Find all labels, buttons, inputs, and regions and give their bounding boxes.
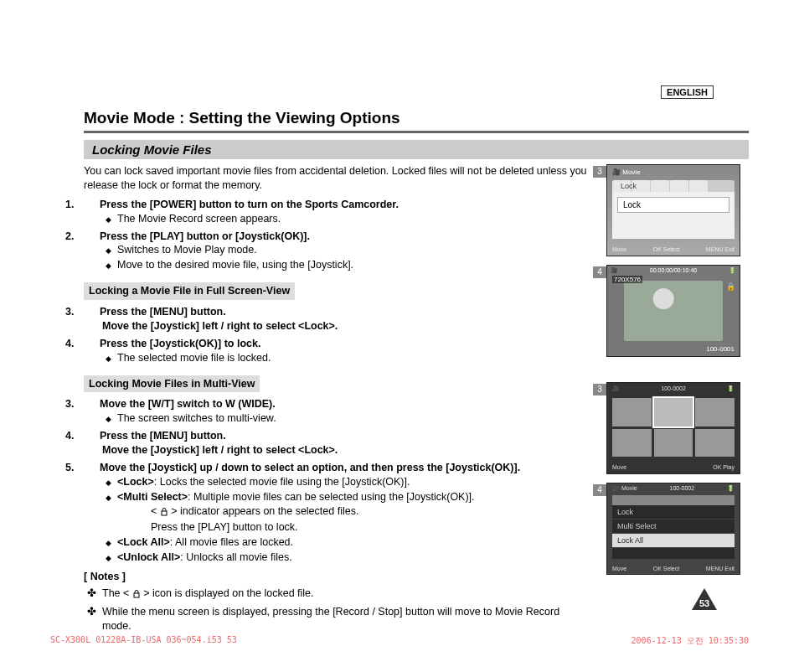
- lock-icon: [160, 506, 168, 520]
- note-text: The <: [102, 587, 132, 599]
- step-sub: The selected movie file is locked.: [117, 352, 271, 364]
- opt-key: <Lock All>: [117, 536, 170, 548]
- lock-icon: 🔒: [726, 282, 735, 291]
- step-head: Press the [Joystick(OK)] to lock.: [100, 338, 260, 349]
- page-title: Movie Mode : Setting the Viewing Options: [84, 109, 749, 127]
- lcd-row: Lock: [612, 505, 735, 520]
- bullet-icon: ✤: [87, 587, 96, 601]
- opt-key: <Lock>: [117, 476, 154, 488]
- lcd-resolution: 720X576: [612, 276, 642, 283]
- lcd-row: Multi Select: [612, 520, 735, 534]
- screenshot-number: 4: [593, 484, 606, 496]
- lcd-filename: 100-0002: [670, 485, 695, 494]
- diamond-icon: ◆: [106, 261, 111, 271]
- screenshot-number: 3: [593, 166, 606, 178]
- lcd-timecode: 00:00:00/00:10:40: [650, 267, 697, 276]
- diamond-icon: ◆: [106, 553, 111, 563]
- page-number-arrow: 53: [690, 587, 719, 612]
- step-head: Move the [Joystick] left / right to sele…: [102, 320, 338, 332]
- lcd-mode: Movie: [621, 485, 637, 491]
- step-sub: Switches to Movie Play mode.: [117, 244, 257, 256]
- lcd-hint: OK Select: [653, 246, 680, 252]
- screenshot-column: 3 🎥 Movie Lock Lock MoveOK SelectMENU Ex…: [606, 164, 749, 633]
- lcd-hint: OK Select: [653, 566, 680, 571]
- step-sub: The Movie Record screen appears.: [117, 213, 281, 225]
- step-head: Press the [MENU] button.: [100, 430, 226, 442]
- step-num: 4.: [84, 337, 100, 351]
- step-num: 3.: [84, 397, 100, 411]
- diamond-icon: ◆: [106, 478, 111, 488]
- step-head: Press the [PLAY] button or [Joystick(OK)…: [100, 230, 310, 242]
- lcd-row-selected: Lock All: [612, 534, 735, 548]
- title-rule: [84, 131, 749, 133]
- step-head: Move the [Joystick] up / down to select …: [100, 462, 520, 473]
- diamond-icon: ◆: [106, 493, 111, 503]
- language-label: ENGLISH: [661, 85, 714, 99]
- diamond-icon: ◆: [106, 215, 111, 225]
- opt-val: : Multiple movie files can be selected u…: [188, 491, 475, 503]
- step-num: 5.: [84, 461, 100, 475]
- diamond-icon: ◆: [106, 354, 111, 364]
- step-head: Press the [MENU] button.: [100, 306, 226, 318]
- section-multi-view: Locking Movie Files in Multi-View: [84, 375, 260, 393]
- opt-extra: Press the [PLAY] button to lock.: [151, 520, 591, 535]
- opt-key: <Multi Select>: [117, 491, 188, 503]
- lcd-hint: Move: [612, 464, 626, 470]
- step-head: Move the [W/T] switch to W (WIDE).: [100, 398, 276, 410]
- screenshot-number: 3: [593, 384, 606, 395]
- lcd-lockall-menu: 🎥 Movie100-0002🔋 Lock Multi Select Lock …: [606, 483, 740, 575]
- diamond-icon: ◆: [106, 538, 111, 548]
- subtitle: Locking Movie Files: [84, 140, 749, 159]
- notes-heading: [ Notes ]: [84, 570, 591, 584]
- diamond-icon: ◆: [106, 246, 111, 256]
- lcd-filename: 100-0001: [706, 345, 735, 353]
- lcd-hint: Move: [612, 246, 626, 252]
- note-text: > icon is displayed on the locked file.: [143, 587, 313, 599]
- lcd-tab-label: Lock: [621, 182, 637, 190]
- section-full-view: Locking a Movie File in Full Screen-View: [84, 282, 295, 300]
- step-sub: Move to the desired movie file, using th…: [117, 259, 353, 271]
- step-num: 3.: [84, 305, 100, 319]
- bullet-icon: ✤: [87, 605, 96, 619]
- body-text: You can lock saved important movie files…: [84, 164, 591, 633]
- opt-val: : Locks the selected movie file using th…: [154, 476, 410, 488]
- step-num: 1.: [84, 198, 100, 212]
- step-num: 2.: [84, 230, 100, 244]
- opt-extra: > indicator appears on the selected file…: [171, 505, 358, 517]
- lcd-playback: 🎥00:00:00/00:10:40🔋 720X576 🔒 100-0001: [606, 265, 740, 357]
- step-sub: The screen switches to multi-view.: [117, 412, 276, 424]
- diamond-icon: ◆: [106, 414, 111, 424]
- step-head: Press the [POWER] button to turn on the …: [100, 199, 399, 210]
- lcd-multiview: 🎥100-0002🔋 MoveOK Play: [606, 382, 740, 474]
- step-head: Move the [Joystick] left / right to sele…: [102, 444, 338, 456]
- svg-rect-0: [162, 511, 167, 515]
- lcd-hint: OK Play: [713, 464, 735, 470]
- note-text: While the menu screen is displayed, pres…: [102, 606, 559, 632]
- lcd-hint: MENU Exit: [706, 566, 735, 571]
- svg-text:53: 53: [699, 598, 709, 608]
- svg-rect-1: [134, 593, 139, 597]
- lcd-mode: Movie: [622, 168, 640, 176]
- lcd-option: Lock: [617, 197, 729, 213]
- lcd-filename: 100-0002: [661, 385, 686, 392]
- opt-val: : All movie files are locked.: [170, 536, 293, 548]
- opt-val: : Unlocks all movie files.: [180, 551, 291, 563]
- lcd-hint: MENU Exit: [706, 246, 735, 252]
- footer-date: 2006-12-13 오전 10:35:30: [631, 635, 749, 647]
- opt-key: <Unlock All>: [117, 551, 180, 563]
- lcd-hint: Move: [612, 566, 626, 571]
- lcd-lock-menu: 🎥 Movie Lock Lock MoveOK SelectMENU Exit: [606, 164, 740, 256]
- footer-file: SC-X300L 01228A-IB-USA 036~054.i53 53: [50, 635, 237, 647]
- screenshot-number: 4: [593, 266, 606, 278]
- intro-text: You can lock saved important movie files…: [84, 164, 591, 193]
- lock-icon: [132, 588, 141, 602]
- print-footer: SC-X300L 01228A-IB-USA 036~054.i53 53 20…: [50, 635, 749, 647]
- step-num: 4.: [84, 429, 100, 443]
